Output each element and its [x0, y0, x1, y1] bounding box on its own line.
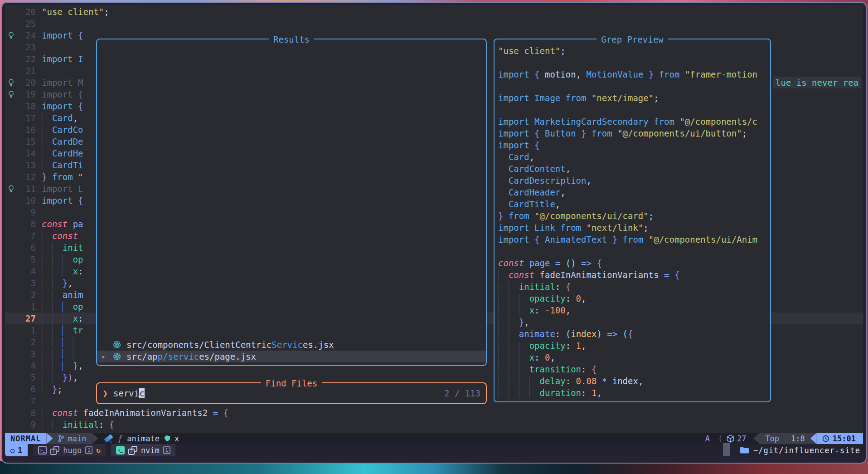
- code-token: ▏ ▏: [42, 337, 63, 347]
- code-token: *: [596, 376, 612, 386]
- line-number: 3: [17, 277, 36, 289]
- preview-code-line: } from "@/components/ui/card";: [498, 210, 770, 222]
- sign-column: [5, 419, 17, 430]
- line-text: ▏ const: [36, 230, 78, 242]
- statusline: NORMAL main ƒ animate: [5, 433, 863, 444]
- code-token: ,: [581, 293, 586, 303]
- sign-column: [5, 230, 17, 242]
- code-token: import {: [42, 89, 83, 99]
- code-line[interactable]: 9▏ ▏ initial: {: [5, 419, 863, 430]
- preview-code-line: Card,: [498, 151, 770, 163]
- line-number: 2: [17, 289, 36, 301]
- line-text: import {: [36, 29, 83, 41]
- code-token: ,: [596, 388, 601, 398]
- result-row[interactable]: src/components/ClientCentricServices.jsx: [97, 339, 486, 351]
- git-branch-segment: main: [53, 433, 92, 444]
- preview-code-line: ▏ ▏ ▏ opacity: 0,: [498, 293, 770, 304]
- tmux-window-hugo[interactable]: >_1hugo1↻: [33, 444, 106, 456]
- code-token: ▏ ▏: [42, 290, 63, 300]
- sign-column: [5, 171, 17, 183]
- code-token: ▏ ▏: [498, 282, 519, 292]
- neovim-screen: 26"use client";2524import {2322import I2…: [5, 5, 863, 456]
- code-token: Card: [52, 113, 73, 123]
- line-text: ▏ CardDe: [36, 136, 83, 147]
- code-token: import: [42, 54, 73, 64]
- code-token: ;: [654, 93, 659, 103]
- code-token: import M: [42, 78, 83, 88]
- code-token: x: [73, 313, 78, 323]
- code-token: ▏: [73, 349, 83, 359]
- sign-column: [5, 383, 17, 395]
- angle-separator: ⟨: [714, 433, 727, 444]
- code-token: from: [509, 211, 529, 221]
- line-number: 6: [17, 242, 36, 254]
- code-token: =>: [576, 258, 597, 268]
- code-line[interactable]: 8▏ const fadeInAnimationVariants2 = {: [5, 407, 863, 419]
- result-row-selected[interactable]: ▸src/app/services/page.jsx: [97, 351, 486, 362]
- code-token: {: [628, 329, 633, 339]
- sign-column: [5, 360, 17, 371]
- code-token: MarketingCardSecondary: [529, 117, 654, 127]
- line-text: import M: [36, 77, 83, 88]
- mode-indicator: NORMAL: [5, 433, 46, 444]
- code-token: ▏ ▏ ▏ ▏: [498, 388, 540, 398]
- code-token: =: [208, 408, 223, 418]
- search-input[interactable]: servi: [113, 388, 139, 398]
- code-token: =: [550, 258, 565, 268]
- line-text: ▏ ▏ ▏ ▏: [36, 336, 83, 348]
- line-number: 11: [17, 183, 36, 195]
- code-token: :: [78, 313, 83, 323]
- code-line[interactable]: 25: [5, 18, 863, 29]
- code-token: ▏ ▏ ▏: [498, 341, 529, 351]
- sign-column: [5, 242, 17, 254]
- powerline-separator: [810, 433, 817, 444]
- code-token: CardCo: [52, 125, 83, 135]
- clock-segment: 15:01: [817, 433, 863, 444]
- code-token: fadeInAnimationVariants: [534, 270, 659, 280]
- pane-indicator: [723, 443, 730, 456]
- line-text: ▏ ▏ },: [36, 277, 73, 289]
- line-number: 1: [17, 301, 36, 313]
- line-number: 20: [17, 77, 36, 88]
- tmux-window-nvim[interactable]: >_2nvim1: [111, 444, 175, 456]
- line-text: ▏ ▏ ▏ x:: [36, 313, 83, 324]
- preview-code-line: import {: [498, 139, 770, 151]
- line-number: 5: [17, 254, 36, 265]
- code-token: initial: [63, 420, 99, 430]
- code-token: ,: [524, 317, 529, 327]
- line-text: import {: [36, 100, 83, 112]
- code-line[interactable]: 26"use client";: [5, 6, 863, 18]
- code-token: {: [596, 258, 601, 268]
- code-token: import: [42, 195, 73, 205]
- code-token: :: [78, 266, 83, 276]
- code-token: }: [576, 128, 592, 138]
- code-token: (: [566, 329, 571, 339]
- preview-code-line: ▏ ▏ ▏ x: 0,: [498, 352, 770, 363]
- sign-column: [5, 301, 17, 313]
- sign-column: [5, 254, 17, 265]
- line-number: 24: [17, 29, 36, 41]
- code-token: op: [73, 254, 83, 264]
- code-token: x: [529, 352, 534, 362]
- code-token: src/components/ClientCentric: [126, 340, 272, 350]
- tmux-window-list: >_1hugo1↻>_2nvim1: [28, 444, 175, 456]
- refresh-icon: ↻: [96, 446, 101, 454]
- text-cursor: c: [139, 388, 145, 398]
- code-token: op: [73, 302, 83, 312]
- line-text: ▏ ▏ initial: {: [36, 419, 114, 430]
- code-token: ▏: [42, 113, 52, 123]
- code-token: import: [42, 30, 73, 40]
- code-token: ▏: [42, 231, 52, 241]
- code-token: ▏: [63, 361, 73, 371]
- code-token: ,: [529, 152, 534, 162]
- tmux-session[interactable]: ○ 1: [5, 444, 28, 456]
- sign-column: [5, 289, 17, 301]
- sign-column: [5, 395, 17, 407]
- preview-code-line: import { AnimatedText } from "@/componen…: [498, 234, 770, 245]
- line-number: 12: [17, 171, 36, 183]
- code-token: ▏ ▏ ▏: [498, 305, 529, 315]
- session-circle-icon: ○: [10, 446, 15, 454]
- tmux-right: ~/git/influencer-site: [723, 444, 863, 456]
- code-token: CardDescription: [498, 176, 586, 186]
- code-token: x: [73, 266, 78, 276]
